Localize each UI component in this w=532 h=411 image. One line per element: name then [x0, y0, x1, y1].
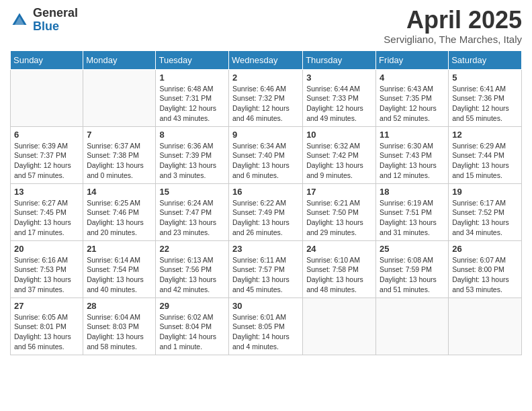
day-info: Sunrise: 6:39 AMSunset: 7:37 PMDaylight:… [14, 141, 79, 181]
day-number: 8 [159, 130, 225, 140]
day-number: 28 [87, 301, 152, 311]
day-cell: 9Sunrise: 6:34 AMSunset: 7:40 PMDaylight… [229, 126, 303, 183]
day-cell: 2Sunrise: 6:46 AMSunset: 7:32 PMDaylight… [229, 69, 303, 126]
day-number: 11 [380, 130, 445, 140]
day-cell [376, 298, 449, 355]
day-info: Sunrise: 6:14 AMSunset: 7:54 PMDaylight:… [87, 255, 152, 295]
day-info: Sunrise: 6:41 AMSunset: 7:36 PMDaylight:… [452, 84, 518, 124]
day-cell: 13Sunrise: 6:27 AMSunset: 7:45 PMDayligh… [11, 183, 83, 240]
day-info: Sunrise: 6:22 AMSunset: 7:49 PMDaylight:… [232, 198, 299, 238]
day-info: Sunrise: 6:34 AMSunset: 7:40 PMDaylight:… [232, 141, 299, 181]
day-info: Sunrise: 6:43 AMSunset: 7:35 PMDaylight:… [380, 84, 445, 124]
day-number: 30 [232, 301, 299, 311]
day-cell: 29Sunrise: 6:02 AMSunset: 8:04 PMDayligh… [156, 298, 229, 355]
day-info: Sunrise: 6:16 AMSunset: 7:53 PMDaylight:… [14, 255, 79, 295]
location: Servigliano, The Marches, Italy [384, 34, 522, 45]
weekday-header: Monday [83, 50, 156, 69]
day-cell: 23Sunrise: 6:11 AMSunset: 7:57 PMDayligh… [229, 240, 303, 298]
weekday-header-row: SundayMondayTuesdayWednesdayThursdayFrid… [11, 50, 522, 69]
day-number: 25 [380, 244, 445, 254]
day-cell [83, 69, 156, 126]
day-cell: 19Sunrise: 6:17 AMSunset: 7:52 PMDayligh… [449, 183, 522, 240]
day-number: 1 [159, 73, 225, 83]
day-cell: 7Sunrise: 6:37 AMSunset: 7:38 PMDaylight… [83, 126, 156, 183]
day-info: Sunrise: 6:30 AMSunset: 7:43 PMDaylight:… [380, 141, 445, 181]
day-info: Sunrise: 6:13 AMSunset: 7:56 PMDaylight:… [159, 255, 225, 295]
day-info: Sunrise: 6:07 AMSunset: 8:00 PMDaylight:… [452, 255, 518, 295]
day-number: 4 [380, 73, 445, 83]
day-number: 5 [452, 73, 518, 83]
day-cell: 4Sunrise: 6:43 AMSunset: 7:35 PMDaylight… [376, 69, 449, 126]
day-cell [11, 69, 83, 126]
day-number: 2 [232, 73, 299, 83]
day-cell: 17Sunrise: 6:21 AMSunset: 7:50 PMDayligh… [303, 183, 376, 240]
day-number: 24 [306, 244, 372, 254]
day-cell: 8Sunrise: 6:36 AMSunset: 7:39 PMDaylight… [156, 126, 229, 183]
day-cell: 18Sunrise: 6:19 AMSunset: 7:51 PMDayligh… [376, 183, 449, 240]
day-number: 12 [452, 130, 518, 140]
day-number: 16 [232, 187, 299, 197]
day-info: Sunrise: 6:29 AMSunset: 7:44 PMDaylight:… [452, 141, 518, 181]
logo-text: General Blue [33, 7, 78, 34]
day-info: Sunrise: 6:10 AMSunset: 7:58 PMDaylight:… [306, 255, 372, 295]
logo-icon [10, 11, 29, 30]
day-info: Sunrise: 6:11 AMSunset: 7:57 PMDaylight:… [232, 255, 299, 295]
title-block: April 2025 Servigliano, The Marches, Ita… [384, 7, 522, 45]
day-cell: 28Sunrise: 6:04 AMSunset: 8:03 PMDayligh… [83, 298, 156, 355]
day-info: Sunrise: 6:36 AMSunset: 7:39 PMDaylight:… [159, 141, 225, 181]
day-info: Sunrise: 6:02 AMSunset: 8:04 PMDaylight:… [159, 312, 225, 352]
day-cell: 21Sunrise: 6:14 AMSunset: 7:54 PMDayligh… [83, 240, 156, 298]
day-cell: 10Sunrise: 6:32 AMSunset: 7:42 PMDayligh… [303, 126, 376, 183]
day-cell: 12Sunrise: 6:29 AMSunset: 7:44 PMDayligh… [449, 126, 522, 183]
weekday-header: Wednesday [229, 50, 303, 69]
weekday-header: Tuesday [156, 50, 229, 69]
day-cell: 16Sunrise: 6:22 AMSunset: 7:49 PMDayligh… [229, 183, 303, 240]
day-cell: 5Sunrise: 6:41 AMSunset: 7:36 PMDaylight… [449, 69, 522, 126]
day-info: Sunrise: 6:21 AMSunset: 7:50 PMDaylight:… [306, 198, 372, 238]
day-cell: 6Sunrise: 6:39 AMSunset: 7:37 PMDaylight… [11, 126, 83, 183]
day-number: 13 [14, 187, 79, 197]
day-info: Sunrise: 6:01 AMSunset: 8:05 PMDaylight:… [232, 312, 299, 352]
day-info: Sunrise: 6:24 AMSunset: 7:47 PMDaylight:… [159, 198, 225, 238]
day-number: 9 [232, 130, 299, 140]
day-info: Sunrise: 6:44 AMSunset: 7:33 PMDaylight:… [306, 84, 372, 124]
day-cell [449, 298, 522, 355]
day-number: 6 [14, 130, 79, 140]
week-row: 13Sunrise: 6:27 AMSunset: 7:45 PMDayligh… [11, 183, 522, 240]
day-number: 19 [452, 187, 518, 197]
weekday-header: Friday [376, 50, 449, 69]
day-number: 3 [306, 73, 372, 83]
day-cell: 26Sunrise: 6:07 AMSunset: 8:00 PMDayligh… [449, 240, 522, 298]
day-info: Sunrise: 6:48 AMSunset: 7:31 PMDaylight:… [159, 84, 225, 124]
week-row: 20Sunrise: 6:16 AMSunset: 7:53 PMDayligh… [11, 240, 522, 298]
day-info: Sunrise: 6:04 AMSunset: 8:03 PMDaylight:… [87, 312, 152, 352]
day-number: 14 [87, 187, 152, 197]
day-info: Sunrise: 6:46 AMSunset: 7:32 PMDaylight:… [232, 84, 299, 124]
day-number: 7 [87, 130, 152, 140]
day-cell: 1Sunrise: 6:48 AMSunset: 7:31 PMDaylight… [156, 69, 229, 126]
day-info: Sunrise: 6:37 AMSunset: 7:38 PMDaylight:… [87, 141, 152, 181]
day-cell: 15Sunrise: 6:24 AMSunset: 7:47 PMDayligh… [156, 183, 229, 240]
day-number: 15 [159, 187, 225, 197]
week-row: 6Sunrise: 6:39 AMSunset: 7:37 PMDaylight… [11, 126, 522, 183]
weekday-header: Sunday [11, 50, 83, 69]
day-info: Sunrise: 6:05 AMSunset: 8:01 PMDaylight:… [14, 312, 79, 352]
day-cell: 20Sunrise: 6:16 AMSunset: 7:53 PMDayligh… [11, 240, 83, 298]
day-info: Sunrise: 6:27 AMSunset: 7:45 PMDaylight:… [14, 198, 79, 238]
week-row: 1Sunrise: 6:48 AMSunset: 7:31 PMDaylight… [11, 69, 522, 126]
day-cell: 3Sunrise: 6:44 AMSunset: 7:33 PMDaylight… [303, 69, 376, 126]
day-number: 29 [159, 301, 225, 311]
day-number: 18 [380, 187, 445, 197]
day-number: 10 [306, 130, 372, 140]
day-info: Sunrise: 6:25 AMSunset: 7:46 PMDaylight:… [87, 198, 152, 238]
logo-general: General [33, 7, 78, 20]
logo-blue: Blue [33, 20, 78, 34]
day-cell: 14Sunrise: 6:25 AMSunset: 7:46 PMDayligh… [83, 183, 156, 240]
day-cell [303, 298, 376, 355]
calendar-table: SundayMondayTuesdayWednesdayThursdayFrid… [10, 50, 522, 355]
day-info: Sunrise: 6:32 AMSunset: 7:42 PMDaylight:… [306, 141, 372, 181]
day-number: 27 [14, 301, 79, 311]
day-cell: 11Sunrise: 6:30 AMSunset: 7:43 PMDayligh… [376, 126, 449, 183]
month-title: April 2025 [384, 7, 522, 34]
day-cell: 22Sunrise: 6:13 AMSunset: 7:56 PMDayligh… [156, 240, 229, 298]
